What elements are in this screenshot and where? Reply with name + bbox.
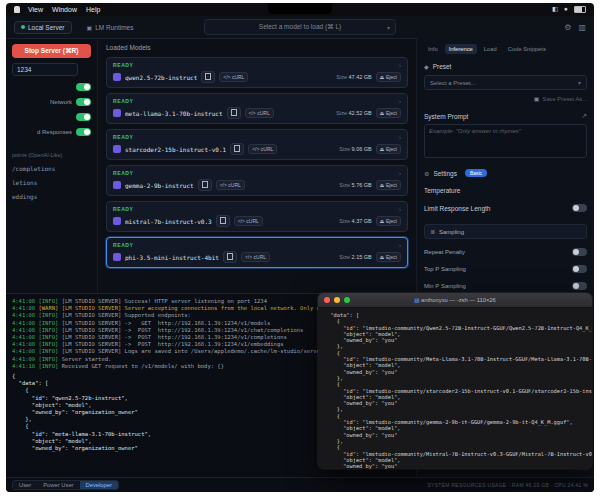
model-status-badge: READY bbox=[113, 62, 134, 68]
expand-icon[interactable]: ↗ bbox=[582, 112, 587, 120]
model-size: Size 9.06 GB bbox=[339, 146, 371, 152]
sampling-toggle[interactable] bbox=[572, 282, 587, 290]
terminal-window[interactable]: ▤ anthonyxu — -zsh — 110×26 "data": [ { … bbox=[318, 293, 592, 469]
eject-button[interactable]: ⏏ Eject bbox=[376, 72, 401, 82]
sampling-row-label: Repeat Penalty bbox=[424, 249, 465, 255]
copy-button[interactable] bbox=[227, 107, 241, 119]
terminal-titlebar[interactable]: ▤ anthonyxu — -zsh — 110×26 bbox=[318, 293, 592, 308]
setting-toggle[interactable] bbox=[76, 113, 91, 121]
model-row[interactable]: READY › starcoder2-15b-instruct-v0.1 </>… bbox=[106, 129, 408, 160]
panel-tab[interactable]: Inference bbox=[445, 44, 477, 54]
model-status-badge: READY bbox=[113, 242, 134, 248]
save-preset-button[interactable]: ▣ Save Preset As... bbox=[424, 95, 587, 102]
terminal-output: "data": [ { "id": "lmstudio-community/Qw… bbox=[318, 308, 592, 469]
endpoint-item[interactable]: /completions bbox=[12, 165, 91, 172]
battery-icon[interactable] bbox=[574, 6, 586, 13]
port-input[interactable]: 1234 bbox=[12, 63, 78, 76]
eject-button[interactable]: ⏏ Eject bbox=[376, 180, 401, 190]
model-row[interactable]: READY › phi-3.5-mini-instruct-4bit </> c… bbox=[106, 237, 408, 268]
setting-toggle-row: Network bbox=[12, 98, 91, 106]
copy-button[interactable] bbox=[198, 179, 212, 191]
curl-button[interactable]: </> cURL bbox=[219, 72, 248, 82]
user-mode-button[interactable]: User bbox=[13, 481, 37, 489]
system-prompt-input[interactable] bbox=[424, 124, 587, 158]
menubar: ViewWindowHelp ◧ ● bbox=[6, 3, 594, 16]
settings-mode-badge[interactable]: Basic bbox=[465, 169, 487, 177]
curl-button[interactable]: </> cURL bbox=[234, 216, 263, 226]
copy-button[interactable] bbox=[230, 143, 244, 155]
model-loader-label: Select a model to load (⌘ L) bbox=[259, 23, 341, 31]
menu-item[interactable]: View bbox=[28, 6, 43, 13]
curl-button[interactable]: </> cURL bbox=[248, 144, 277, 154]
model-row[interactable]: READY › mistral-7b-instruct-v0.3 </> cUR… bbox=[106, 201, 408, 232]
eject-button[interactable]: ⏏ Eject bbox=[376, 252, 401, 262]
copy-button[interactable] bbox=[201, 71, 215, 83]
setting-toggle[interactable] bbox=[76, 83, 91, 91]
panel-toggle-icon[interactable]: ▥ bbox=[578, 23, 586, 32]
eject-button[interactable]: ⏏ Eject bbox=[376, 108, 401, 118]
runtimes-icon: ▣ bbox=[87, 24, 93, 31]
model-loader-select[interactable]: Select a model to load (⌘ L) ▾ bbox=[204, 19, 396, 35]
preset-select[interactable]: Select a Preset... ▾ bbox=[424, 75, 587, 90]
menu-item[interactable]: Window bbox=[52, 6, 77, 13]
eject-button[interactable]: ⏏ Eject bbox=[376, 216, 401, 226]
model-list: READY › qwen2.5-72b-instruct </> cURL Si… bbox=[106, 57, 408, 268]
chevron-right-icon[interactable]: › bbox=[399, 242, 401, 248]
chevron-right-icon[interactable]: › bbox=[399, 98, 401, 104]
model-row[interactable]: READY › meta-llama-3.1-70b-instruct </> … bbox=[106, 93, 408, 124]
control-center-icon[interactable]: ◧ bbox=[552, 6, 558, 13]
menu-item[interactable]: Help bbox=[86, 6, 100, 13]
chevron-right-icon[interactable]: › bbox=[399, 62, 401, 68]
chevron-right-icon[interactable]: › bbox=[399, 170, 401, 176]
panel-tab[interactable]: Code Snippets bbox=[504, 44, 550, 54]
setting-toggle-row: d Responses bbox=[12, 128, 91, 136]
wifi-icon[interactable]: ● bbox=[564, 6, 568, 13]
chevron-right-icon[interactable]: › bbox=[399, 134, 401, 140]
preset-header-row: ◆ Preset bbox=[424, 63, 587, 70]
model-name: gemma-2-9b-instruct bbox=[125, 182, 194, 189]
system-prompt-row: System Prompt ↗ bbox=[424, 112, 587, 120]
user-mode-button[interactable]: Power User bbox=[37, 481, 79, 489]
panel-tab[interactable]: Info bbox=[424, 44, 442, 54]
code-icon: </> bbox=[249, 110, 256, 116]
setting-toggle[interactable] bbox=[76, 128, 91, 136]
system-prompt-label: System Prompt bbox=[424, 113, 468, 120]
status-dot-icon bbox=[21, 25, 25, 29]
copy-button[interactable] bbox=[223, 251, 237, 263]
server-status-pill[interactable]: Local Server bbox=[14, 21, 72, 34]
endpoints-list: /completionsletionseddings bbox=[12, 165, 91, 200]
code-icon: </> bbox=[223, 74, 230, 80]
runtimes-label: LM Runtimes bbox=[95, 24, 133, 31]
chevron-right-icon[interactable]: › bbox=[399, 206, 401, 212]
curl-button[interactable]: </> cURL bbox=[245, 108, 274, 118]
stop-server-button[interactable]: Stop Server (⌘R) bbox=[12, 44, 91, 58]
limit-response-toggle[interactable] bbox=[572, 204, 587, 212]
server-settings-toggles: Network d Responses bbox=[12, 83, 91, 136]
gear-icon[interactable]: ⚙ bbox=[564, 23, 571, 32]
copy-button[interactable] bbox=[216, 215, 230, 227]
model-size: Size 5.76 GB bbox=[339, 182, 371, 188]
setting-label: Network bbox=[50, 99, 72, 105]
model-name: qwen2.5-72b-instruct bbox=[125, 74, 197, 81]
user-mode-button[interactable]: Developer bbox=[80, 481, 118, 489]
apple-menu-icon[interactable] bbox=[14, 6, 20, 13]
curl-button[interactable]: </> cURL bbox=[216, 180, 245, 190]
model-type-icon bbox=[113, 145, 121, 153]
endpoint-item[interactable]: letions bbox=[12, 179, 91, 186]
folder-icon: ▤ bbox=[414, 297, 419, 303]
panel-tab[interactable]: Load bbox=[480, 44, 501, 54]
sampling-toggle[interactable] bbox=[572, 265, 587, 273]
eject-icon: ⏏ bbox=[380, 182, 385, 188]
model-row[interactable]: READY › qwen2.5-72b-instruct </> cURL Si… bbox=[106, 57, 408, 88]
curl-button[interactable]: </> cURL bbox=[241, 252, 270, 262]
setting-toggle[interactable] bbox=[76, 98, 91, 106]
setting-label: d Responses bbox=[37, 129, 72, 135]
eject-button[interactable]: ⏏ Eject bbox=[376, 144, 401, 154]
sampling-toggle[interactable] bbox=[572, 248, 587, 256]
copy-icon bbox=[231, 109, 237, 116]
endpoint-item[interactable]: eddings bbox=[12, 193, 91, 200]
model-row[interactable]: READY › gemma-2-9b-instruct </> cURL Siz… bbox=[106, 165, 408, 196]
code-icon: </> bbox=[245, 254, 252, 260]
model-type-icon bbox=[113, 253, 121, 261]
lm-runtimes-button[interactable]: ▣ LM Runtimes bbox=[80, 21, 141, 34]
